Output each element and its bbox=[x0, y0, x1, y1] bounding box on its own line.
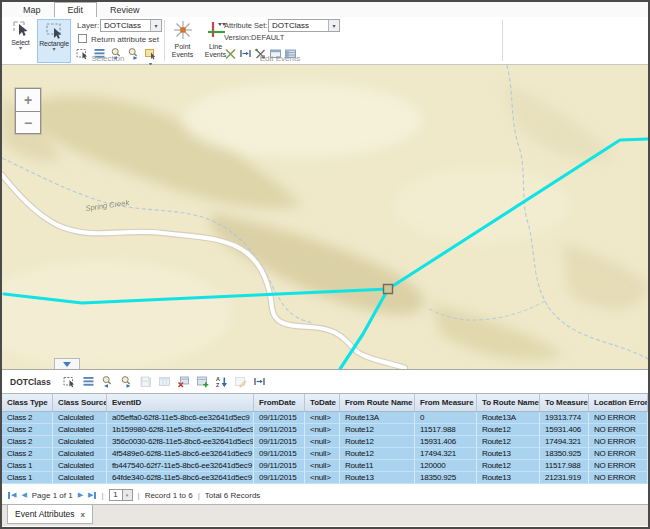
save-edits-icon[interactable] bbox=[139, 375, 152, 388]
zoom-next-icon[interactable] bbox=[120, 375, 133, 388]
pager-separator: | bbox=[101, 491, 103, 500]
column-header[interactable]: EventID bbox=[107, 394, 254, 412]
column-header[interactable]: From Route Name bbox=[340, 394, 415, 412]
ribbon-group-divider-2 bbox=[502, 20, 503, 61]
column-header[interactable]: Class Source bbox=[53, 394, 107, 412]
attribute-set-label: Attribute Set: bbox=[224, 21, 267, 30]
page-number-arrow-icon[interactable]: ▾ bbox=[123, 489, 133, 501]
layer-combobox-arrow-icon[interactable]: ▾ bbox=[150, 20, 161, 31]
edit-events-group-label: Edit Events bbox=[252, 54, 308, 63]
column-header[interactable]: To Measure bbox=[540, 394, 589, 412]
attribute-set-combobox-value: DOTClass bbox=[269, 21, 328, 30]
table-cell: Class 1 bbox=[2, 460, 53, 472]
table-cell: 11517.988 bbox=[540, 460, 589, 472]
table-cell: 4f5489e0-62f8-11e5-8bc6-ee32641d5ec9 bbox=[107, 448, 254, 460]
split-record-icon[interactable] bbox=[253, 375, 266, 388]
layer-combobox-value: DOTClass bbox=[101, 21, 150, 30]
selection-options-icon[interactable] bbox=[144, 47, 157, 60]
map-canvas[interactable]: Spring Creek + − bbox=[2, 65, 648, 369]
split-event-icon[interactable] bbox=[239, 47, 252, 60]
table-cell: Route12 bbox=[477, 424, 540, 436]
pager-separator: | bbox=[138, 491, 140, 500]
attribute-set-combobox-arrow-icon[interactable]: ▾ bbox=[328, 20, 339, 31]
zoom-in-button[interactable]: + bbox=[16, 89, 40, 111]
column-header[interactable]: Class Type bbox=[2, 394, 53, 412]
table-cell: <null> bbox=[305, 436, 340, 448]
rectangle-dropdown-arrow-icon[interactable]: ▾ bbox=[52, 47, 55, 52]
edit-record-icon[interactable] bbox=[234, 375, 247, 388]
table-cell: 64fde340-62f8-11e5-8bc6-ee32641d5ec9 bbox=[107, 472, 254, 484]
table-layer-title: DOTClass bbox=[10, 377, 51, 387]
column-header[interactable]: FromDate bbox=[254, 394, 305, 412]
tab-event-attributes[interactable]: Event Attributes x bbox=[7, 505, 93, 524]
table-cell: 09/11/2015 bbox=[254, 436, 305, 448]
rectangle-tool-button[interactable]: Rectangle ▾ bbox=[37, 19, 71, 63]
map-graphics: Spring Creek bbox=[2, 65, 648, 369]
select-dropdown-arrow-icon[interactable]: ▾ bbox=[19, 46, 22, 51]
table-cell: 09/11/2015 bbox=[254, 412, 305, 424]
table-cell: Route11 bbox=[340, 460, 415, 472]
point-events-icon bbox=[172, 19, 194, 43]
table-cell: 11517.988 bbox=[415, 424, 477, 436]
table-cell: 09/11/2015 bbox=[254, 472, 305, 484]
column-header[interactable]: Location Error bbox=[589, 394, 648, 412]
table-row[interactable]: Class 1Calculated64fde340-62f8-11e5-8bc6… bbox=[2, 472, 648, 484]
table-row[interactable]: Class 2Calculated4f5489e0-62f8-11e5-8bc6… bbox=[2, 448, 648, 460]
table-cell: Calculated bbox=[53, 460, 107, 472]
tab-review[interactable]: Review bbox=[97, 3, 153, 17]
table-cell: NO ERROR bbox=[589, 460, 648, 472]
point-events-button[interactable]: Point Events bbox=[166, 19, 199, 59]
attribute-set-combobox[interactable]: DOTClass ▾ bbox=[268, 19, 340, 32]
record-range-status: Record 1 to 6 bbox=[145, 491, 193, 500]
table-cell: Route13 bbox=[477, 448, 540, 460]
tab-edit[interactable]: Edit bbox=[54, 2, 98, 17]
page-number-value: 1 bbox=[109, 489, 123, 501]
first-page-button[interactable]: ◀ bbox=[8, 491, 16, 499]
table-cell: 21231.919 bbox=[540, 472, 589, 484]
add-record-icon[interactable] bbox=[196, 375, 209, 388]
table-cell: 18350.925 bbox=[540, 448, 589, 460]
page-number-dropdown[interactable]: 1 ▾ bbox=[109, 489, 133, 501]
table-cell: Route13A bbox=[477, 412, 540, 424]
return-attribute-set-checkbox[interactable] bbox=[78, 34, 87, 43]
point-events-label: Point Events bbox=[167, 43, 199, 59]
table-cell: <null> bbox=[305, 412, 340, 424]
last-page-button[interactable]: ▶ bbox=[88, 491, 96, 499]
open-table-icon[interactable] bbox=[158, 375, 171, 388]
table-cell: NO ERROR bbox=[589, 424, 648, 436]
column-header[interactable]: From Measure bbox=[415, 394, 477, 412]
table-cell: fb447540-62f7-11e5-8bc6-ee32641d5ec9 bbox=[107, 460, 254, 472]
tab-map[interactable]: Map bbox=[10, 3, 54, 17]
close-tab-icon[interactable]: x bbox=[81, 510, 85, 519]
remove-event-icon[interactable] bbox=[224, 47, 237, 60]
table-cell: a05effa0-62f8-11e5-8bc6-ee32641d5ec9 bbox=[107, 412, 254, 424]
table-cell: 1b159980-62f8-11e5-8bc6-ee32641d5ec9 bbox=[107, 424, 254, 436]
zoom-previous-icon[interactable] bbox=[101, 375, 114, 388]
table-cell: Class 2 bbox=[2, 448, 53, 460]
map-zoom-control: + − bbox=[15, 88, 41, 134]
selected-junction-marker[interactable] bbox=[384, 285, 393, 294]
total-records-status: Total 6 Records bbox=[205, 491, 261, 500]
page-status: Page 1 of 1 bbox=[32, 491, 73, 500]
remove-record-icon[interactable] bbox=[177, 375, 190, 388]
table-cell: Class 2 bbox=[2, 412, 53, 424]
sort-records-icon[interactable] bbox=[215, 375, 228, 388]
panel-collapse-button[interactable] bbox=[54, 358, 80, 369]
layer-combobox[interactable]: DOTClass ▾ bbox=[100, 19, 162, 32]
table-row[interactable]: Class 2Calculateda05effa0-62f8-11e5-8bc6… bbox=[2, 412, 648, 424]
select-tool-button[interactable]: Select ▾ bbox=[5, 19, 36, 63]
table-row[interactable]: Class 2Calculated356c0030-62f8-11e5-8bc6… bbox=[2, 436, 648, 448]
ribbon-tabs: MapEditReview bbox=[2, 2, 648, 17]
selection-list-icon[interactable] bbox=[82, 375, 95, 388]
table-row[interactable]: Class 1Calculatedfb447540-62f7-11e5-8bc6… bbox=[2, 460, 648, 472]
column-header[interactable]: To Route Name bbox=[477, 394, 540, 412]
zoom-out-button[interactable]: − bbox=[16, 111, 40, 133]
table-cell: Route12 bbox=[477, 460, 540, 472]
next-page-button[interactable]: ▶ bbox=[78, 491, 83, 499]
column-header[interactable]: ToDate bbox=[305, 394, 340, 412]
select-by-rectangle-icon[interactable] bbox=[63, 375, 76, 388]
table-cell: Calculated bbox=[53, 412, 107, 424]
table-cell: Route13 bbox=[340, 472, 415, 484]
table-row[interactable]: Class 2Calculated1b159980-62f8-11e5-8bc6… bbox=[2, 424, 648, 436]
previous-page-button[interactable]: ◀ bbox=[21, 491, 26, 499]
